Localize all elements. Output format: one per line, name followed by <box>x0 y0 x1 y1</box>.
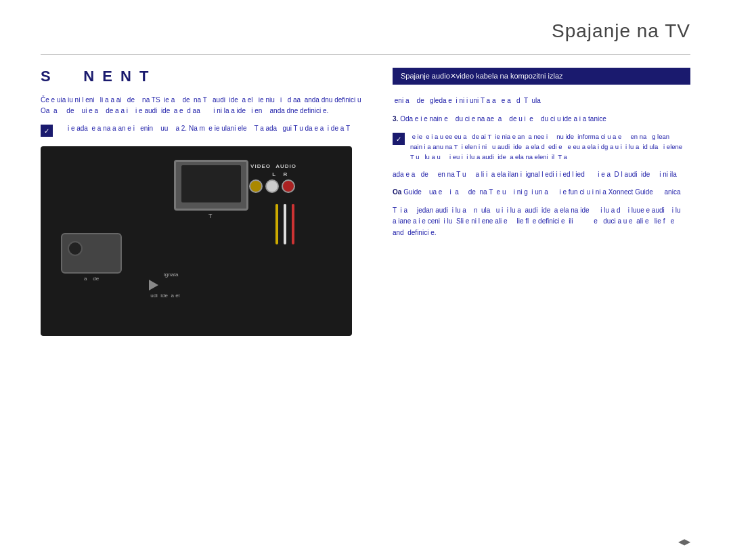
step3-number: 3. <box>393 115 398 123</box>
camera-label: a de <box>61 276 122 282</box>
page-container: Spajanje na TV S N E N T Če e uia iu ni … <box>0 0 731 560</box>
tv-label: T <box>174 213 248 219</box>
camera-body <box>61 233 122 274</box>
oat-text: Oa <box>393 188 401 196</box>
note3-text: ada e a de en na T u a li i a ela ilan i… <box>393 169 690 181</box>
tv-illustration: T <box>174 160 248 219</box>
step3-content: Oda e i e nain e du ci e na ae a de u i … <box>400 115 614 123</box>
diagram-box: T VIDEO AUDIO L R <box>41 146 352 336</box>
camera-illustration: a de <box>61 233 122 282</box>
note-icon-1: ✓ <box>41 125 53 137</box>
note-text-1: i e ada e a na a an e i enin uu a 2. Na … <box>58 123 363 134</box>
ports-row <box>249 179 298 193</box>
arrow-right-icon <box>149 280 158 290</box>
oat-label: Oa Guide ua e i a de na T e u i ni g i u… <box>393 187 690 198</box>
step3-text: 3. Oda e i e nain e du ci e na ae a de u… <box>393 114 690 125</box>
tv-body <box>174 160 248 211</box>
note-icon-2: ✓ <box>393 133 405 145</box>
intro-paragraph: Če e uia iu ni l eni li a a ai de na TS … <box>41 95 366 116</box>
port-label-top: VIDEO AUDIO <box>249 163 298 169</box>
page-title: Spajanje na TV <box>552 20 690 42</box>
header-divider <box>41 54 690 55</box>
header-section: Spajanje na TV <box>552 20 690 42</box>
port-cluster: VIDEO AUDIO L R <box>249 163 298 196</box>
lr-label: L R <box>249 171 298 177</box>
video-label: VIDEO <box>250 163 271 169</box>
cable-yellow <box>275 204 278 244</box>
note-text-2: e ie e i a u ee eu a de ai T ie nia e an… <box>410 131 690 163</box>
right-column: Spajanje audio✕video kabela na kompozitn… <box>393 68 690 245</box>
port-white <box>265 179 279 193</box>
camera-lens <box>68 241 83 256</box>
cables-area <box>275 204 294 244</box>
cable-av-label: udi ide a el <box>149 293 179 299</box>
port-red <box>282 179 295 193</box>
guide-text: Guide ua e i a de na T e u i ni g i un a… <box>403 188 684 196</box>
port-yellow <box>249 179 263 193</box>
highlight-bar: Spajanje audio✕video kabela na kompozitn… <box>393 68 690 85</box>
l-label: L <box>259 171 276 177</box>
step2-content: eni a de gleda e i ni i uni T a a e a d … <box>393 97 543 104</box>
r-label: R <box>281 171 288 177</box>
tv-screen <box>181 165 241 202</box>
signal-label: ignala <box>149 272 179 278</box>
step2-text: eni a de gleda e i ni i uni T a a e a d … <box>393 95 690 107</box>
signal-arrow-area: ignala udi ide a el <box>149 272 179 299</box>
audio-label: AUDIO <box>275 163 296 169</box>
page-number: ◀▶ <box>678 537 690 546</box>
final-note: T i a jedan audi i lu a n ula u i i lu a… <box>393 205 690 239</box>
left-column: S N E N T Če e uia iu ni l eni li a a ai… <box>41 68 366 336</box>
section-title: S N E N T <box>41 68 366 85</box>
note-box-2: ✓ e ie e i a u ee eu a de ai T ie nia e … <box>393 131 690 163</box>
cable-white <box>284 204 286 244</box>
note-box-1: ✓ i e ada e a na a an e i enin uu a 2. N… <box>41 123 366 137</box>
cable-red <box>292 204 294 244</box>
